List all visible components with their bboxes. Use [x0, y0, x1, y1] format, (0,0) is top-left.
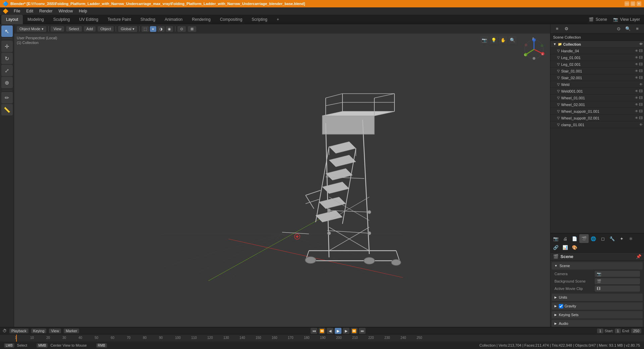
prop-tab-constraint[interactable]: 🔗 — [551, 243, 560, 252]
current-frame-input[interactable]: 1 — [597, 329, 603, 333]
drag-icon[interactable]: ✋ — [499, 36, 507, 44]
prop-tab-world[interactable]: 🌐 — [589, 234, 598, 243]
outliner-item-weld[interactable]: ▽ Weld 👁 — [550, 81, 644, 88]
menu-render[interactable]: Render — [37, 8, 55, 14]
bg-scene-value[interactable]: 🎬 — [595, 278, 640, 284]
scene-section-header[interactable]: ▼ Scene — [552, 262, 643, 269]
tab-rendering[interactable]: Rendering — [187, 15, 215, 24]
tab-sculpting[interactable]: Sculpting — [49, 15, 74, 24]
tab-scripting[interactable]: Scripting — [247, 15, 272, 24]
prop-tab-object[interactable]: ◻ — [598, 234, 607, 243]
outliner-item-clamp[interactable]: ▽ clamp_01.001 👁 — [550, 121, 644, 128]
menu-edit[interactable]: Edit — [23, 8, 36, 14]
solid-mode[interactable]: ● — [150, 26, 156, 32]
tab-animation[interactable]: Animation — [160, 15, 187, 24]
rp-options[interactable]: ≡ — [633, 25, 641, 33]
tool-annotate[interactable]: ✏ — [1, 92, 13, 103]
tool-select[interactable]: ↖ — [1, 26, 13, 37]
playback-btn[interactable]: Playback — [9, 329, 29, 333]
tab-add[interactable]: + — [272, 15, 284, 24]
tab-layout[interactable]: Layout — [1, 15, 23, 24]
prop-tab-particles[interactable]: ✦ — [617, 234, 626, 243]
units-section-header[interactable]: ▶ Units — [552, 294, 643, 301]
timeline-ruler[interactable]: 1 10 20 30 40 50 60 70 80 90 100 110 120… — [0, 335, 644, 342]
vis-icon[interactable]: 👁 — [639, 42, 643, 46]
prev-frame-btn[interactable]: ◀ — [327, 328, 333, 334]
tab-shading[interactable]: Shading — [136, 15, 160, 24]
prop-tab-viewlayer[interactable]: 📄 — [570, 234, 579, 243]
prop-tab-physics[interactable]: ⚛ — [626, 234, 636, 243]
xray-toggle[interactable]: ⊠ — [188, 26, 196, 32]
tool-move[interactable]: ✛ — [1, 41, 13, 52]
viewport-shading-global[interactable]: Global ▾ — [118, 26, 137, 32]
movie-clip-value[interactable]: 🎞 — [595, 286, 640, 292]
view-btn[interactable]: View — [49, 329, 61, 333]
marker-btn[interactable]: Marker — [64, 329, 79, 333]
outliner-item-wheel02[interactable]: ▽ Wheel_02.001 👁 🎞 — [550, 101, 644, 108]
next-frame-btn[interactable]: ▶ — [343, 328, 350, 334]
outliner-item-weld001[interactable]: ▽ Weld001.001 👁 🎞 — [550, 88, 644, 95]
viewport[interactable]: Object Mode ▾ View Select Add Object Glo… — [14, 24, 550, 327]
audio-section-header[interactable]: ▶ Audio — [552, 320, 643, 327]
prev-keyframe-btn[interactable]: ⏪ — [319, 328, 325, 334]
outliner-item-handle04[interactable]: ▽ Handle_04 👁 🎞 — [550, 48, 644, 54]
next-keyframe-btn[interactable]: ⏩ — [351, 328, 358, 334]
rp-filter[interactable]: ⊙ — [614, 25, 623, 33]
prop-tab-scene[interactable]: 🎬 — [579, 234, 589, 243]
outliner-item-leg02[interactable]: ▽ Leg_02.001 👁 🎞 — [550, 61, 644, 68]
play-btn[interactable]: ▶ — [335, 328, 341, 334]
prop-tab-modifier[interactable]: 🔧 — [607, 234, 617, 243]
wireframe-mode[interactable]: ⬚ — [142, 26, 149, 32]
view-menu[interactable]: View — [51, 26, 64, 32]
lights-icon[interactable]: 💡 — [490, 36, 498, 44]
tab-modeling[interactable]: Modeling — [23, 15, 49, 24]
prop-tab-material[interactable]: 🎨 — [570, 243, 579, 252]
tool-scale[interactable]: ⤢ — [1, 65, 13, 76]
search-icon[interactable]: 🔍 — [508, 36, 517, 44]
tool-rotate[interactable]: ↻ — [1, 53, 13, 64]
outliner-item-stair01[interactable]: ▽ Stair_01.001 👁 🎞 — [550, 68, 644, 74]
prop-tab-data[interactable]: 📊 — [560, 243, 570, 252]
tab-texture-paint[interactable]: Texture Paint — [103, 15, 136, 24]
outliner-collection[interactable]: ▼ 📁 Collection 👁 — [550, 41, 644, 48]
props-pin-icon[interactable]: 📌 — [636, 254, 641, 259]
material-mode[interactable]: ◑ — [157, 26, 165, 32]
jump-start-btn[interactable]: ⏮ — [311, 328, 317, 334]
rp-icon-2[interactable]: ⚙ — [562, 25, 571, 33]
camera-value[interactable]: 📷 — [595, 271, 640, 277]
prop-tab-output[interactable]: 🖨 — [560, 234, 570, 243]
navigation-gizmo[interactable]: Z X Y — [522, 37, 546, 61]
rp-search[interactable]: 🔍 — [624, 25, 632, 33]
gravity-section-header[interactable]: ▶ Gravity — [552, 302, 643, 310]
minimize-button[interactable]: — — [625, 1, 629, 6]
tool-transform[interactable]: ⊕ — [1, 77, 13, 88]
end-frame-input[interactable]: 250 — [631, 329, 641, 333]
maximize-button[interactable]: □ — [631, 1, 635, 6]
menu-help[interactable]: Help — [76, 8, 90, 14]
object-menu[interactable]: Object — [98, 26, 114, 32]
gravity-checkbox[interactable] — [559, 304, 563, 308]
overlay-toggle[interactable]: ⊙ — [177, 26, 186, 32]
select-menu[interactable]: Select — [66, 26, 82, 32]
tool-measure[interactable]: 📏 — [1, 104, 13, 115]
cameras-icon[interactable]: 📷 — [480, 36, 488, 44]
menu-file[interactable]: File — [11, 8, 23, 14]
outliner-item-stair02[interactable]: ▽ Stair_02.001 👁 🎞 — [550, 74, 644, 81]
rp-icon-1[interactable]: ≡ — [553, 25, 561, 33]
start-frame-input[interactable]: 1 — [615, 329, 621, 333]
outliner-item-wheel01[interactable]: ▽ Wheel_01.001 👁 🎞 — [550, 95, 644, 101]
menu-window[interactable]: Window — [56, 8, 75, 14]
keying-btn[interactable]: Keying — [31, 329, 47, 333]
outliner-item-wheel-supp01[interactable]: ▽ Wheel_suppotr_01.001 👁 🎞 — [550, 108, 644, 115]
outliner-item-leg01[interactable]: ▽ Leg_01.001 👁 🎞 — [550, 54, 644, 61]
tab-compositing[interactable]: Compositing — [215, 15, 247, 24]
tab-uv-editing[interactable]: UV Editing — [74, 15, 103, 24]
close-button[interactable]: ✕ — [637, 1, 641, 6]
rendered-mode[interactable]: ◉ — [166, 26, 173, 32]
keying-section-header[interactable]: ▶ Keying Sets — [552, 311, 643, 318]
prop-tab-render[interactable]: 📷 — [551, 234, 560, 243]
jump-end-btn[interactable]: ⏭ — [359, 328, 366, 334]
object-mode-dropdown[interactable]: Object Mode ▾ — [17, 26, 46, 32]
add-menu[interactable]: Add — [84, 26, 96, 32]
outliner-item-wheel-supp02[interactable]: ▽ Wheel_suppotr_02.001 👁 🎞 — [550, 115, 644, 121]
